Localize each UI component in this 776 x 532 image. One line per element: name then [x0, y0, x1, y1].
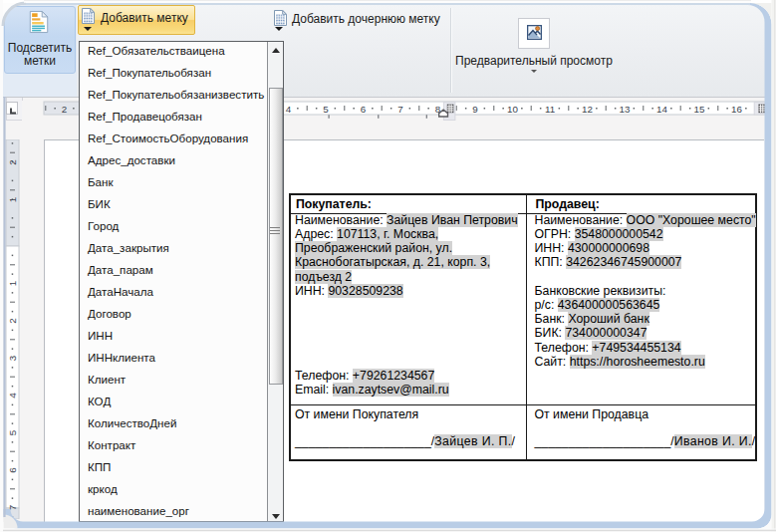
svg-text:14: 14: [656, 104, 667, 115]
svg-text:10: 10: [507, 104, 518, 115]
svg-text:6: 6: [361, 104, 367, 115]
svg-text:9: 9: [472, 104, 477, 115]
svg-text:13: 13: [620, 104, 631, 115]
svg-text:5: 5: [7, 429, 18, 435]
svg-text:4: 4: [7, 393, 18, 399]
svg-text:4: 4: [286, 104, 292, 115]
svg-text:11: 11: [545, 104, 555, 115]
svg-text:2: 2: [7, 159, 18, 164]
svg-text:16: 16: [731, 104, 742, 115]
svg-text:1: 1: [7, 197, 18, 202]
svg-text:6: 6: [7, 467, 18, 473]
svg-text:15: 15: [694, 104, 705, 115]
svg-text:7: 7: [397, 104, 402, 115]
svg-text:1: 1: [7, 281, 18, 286]
svg-text:7: 7: [7, 505, 18, 510]
svg-text:2: 2: [62, 104, 67, 115]
svg-text:2: 2: [7, 318, 18, 323]
svg-text:12: 12: [582, 104, 593, 115]
svg-text:3: 3: [7, 355, 18, 361]
svg-text:5: 5: [323, 104, 329, 115]
